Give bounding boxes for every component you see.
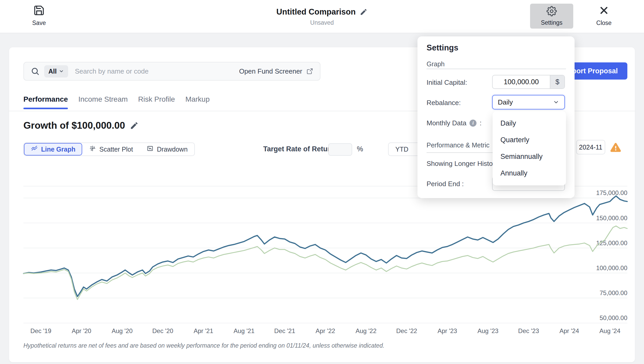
save-button[interactable]: Save xyxy=(26,5,52,27)
chart-type-label: Line Graph xyxy=(41,146,75,153)
search-filter-dropdown[interactable]: All xyxy=(44,65,68,77)
initial-capital-label: Initial Capital: xyxy=(427,79,467,87)
warning-triangle-icon[interactable] xyxy=(610,141,622,153)
chart-type-scatter-plot[interactable]: Scatter Plot xyxy=(82,143,140,155)
edit-amount-pencil-icon[interactable] xyxy=(130,121,139,130)
rebalance-option-semiannually[interactable]: Semiannually xyxy=(493,148,566,165)
info-icon[interactable] xyxy=(469,120,476,127)
tabs: PerformanceIncome StreamRisk ProfileMark… xyxy=(23,95,210,109)
rebalance-value: Daily xyxy=(498,98,513,106)
close-label: Close xyxy=(596,20,612,27)
tab-markup[interactable]: Markup xyxy=(185,95,210,109)
open-fund-screener-link[interactable]: Open Fund Screener xyxy=(239,67,313,75)
fund-search-bar: All Open Fund Screener xyxy=(23,62,320,81)
rebalance-label: Rebalance: xyxy=(427,99,461,107)
app-window: Save Untitled Comparison Unsaved Setting… xyxy=(0,0,644,364)
chart-type-switcher: Line GraphScatter PlotDrawdown xyxy=(23,142,195,156)
scatter-plot-icon xyxy=(89,145,96,154)
chevron-down-icon xyxy=(553,99,559,105)
growth-heading-row: Growth of $100,000.00 xyxy=(23,120,139,131)
search-filter-value: All xyxy=(48,68,57,75)
initial-capital-value[interactable]: 100,000.00 xyxy=(493,75,550,88)
growth-heading: Growth of $100,000.00 xyxy=(23,120,125,131)
monthly-data-label: Monthly Data : xyxy=(427,119,481,127)
chart-type-label: Scatter Plot xyxy=(99,146,133,153)
performance-section-label: Performance & Metric xyxy=(427,141,490,149)
period-end-label: Period End : xyxy=(427,180,464,188)
top-bar: Save Untitled Comparison Unsaved Setting… xyxy=(0,0,644,33)
line-graph-icon xyxy=(31,145,38,154)
target-rate-input[interactable] xyxy=(328,143,352,156)
initial-capital-field: 100,000.00 $ xyxy=(492,75,565,89)
rebalance-option-annually[interactable]: Annually xyxy=(493,165,566,182)
rebalance-select[interactable]: Daily xyxy=(492,95,565,109)
chart-type-label: Drawdown xyxy=(157,146,188,153)
settings-label: Settings xyxy=(541,19,562,26)
chart-type-line-graph[interactable]: Line Graph xyxy=(24,143,82,155)
gear-icon xyxy=(546,6,557,17)
graph-section-label: Graph xyxy=(427,60,445,68)
graph-section-rule xyxy=(427,69,566,69)
period-ytd[interactable]: YTD xyxy=(395,146,408,153)
rebalance-option-quarterly[interactable]: Quarterly xyxy=(493,132,566,148)
page-title: Untitled Comparison xyxy=(276,7,356,17)
drawdown-icon xyxy=(146,145,154,154)
edit-title-pencil-icon[interactable] xyxy=(360,8,368,16)
month-selector-button[interactable]: 2024-11 xyxy=(576,140,605,154)
chart-type-drawdown[interactable]: Drawdown xyxy=(140,143,194,155)
target-rate-label: Target Rate of Return: xyxy=(263,145,337,153)
rebalance-dropdown-menu: DailyQuarterlySemiannuallyAnnually xyxy=(493,111,566,185)
monthly-data-colon: : xyxy=(480,119,481,127)
tab-income-stream[interactable]: Income Stream xyxy=(78,95,128,109)
save-label: Save xyxy=(32,20,46,27)
disclaimer-footnote: Hypothetical returns are net of fees and… xyxy=(23,342,384,349)
tab-performance[interactable]: Performance xyxy=(23,95,68,109)
close-icon xyxy=(598,5,610,17)
showing-longer-history-text: Showing Longer History xyxy=(427,160,498,168)
chevron-down-icon xyxy=(59,69,64,74)
currency-unit-button[interactable]: $ xyxy=(550,75,564,88)
tab-risk-profile[interactable]: Risk Profile xyxy=(138,95,175,109)
rebalance-option-daily[interactable]: Daily xyxy=(493,115,566,132)
save-status: Unsaved xyxy=(310,19,334,26)
external-link-icon xyxy=(306,68,313,75)
settings-panel-title: Settings xyxy=(427,43,458,53)
close-button[interactable]: Close xyxy=(590,5,617,27)
save-icon xyxy=(33,5,45,17)
open-fund-screener-label: Open Fund Screener xyxy=(239,67,302,75)
monthly-data-text: Monthly Data xyxy=(427,119,466,127)
percent-suffix: % xyxy=(357,145,363,153)
settings-button[interactable]: Settings xyxy=(530,4,573,29)
search-icon xyxy=(31,67,40,76)
search-input[interactable] xyxy=(75,67,239,75)
